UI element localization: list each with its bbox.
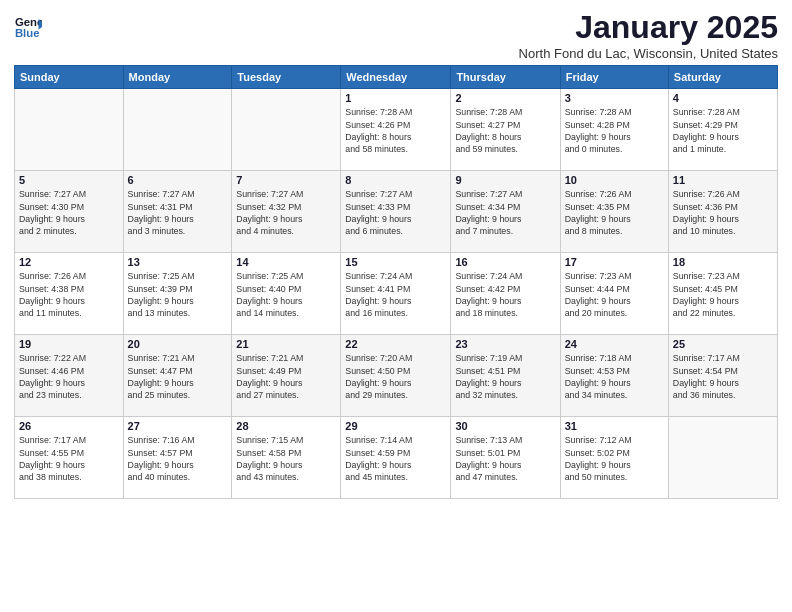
day-number: 26 <box>19 420 119 432</box>
day-info: Sunrise: 7:18 AM Sunset: 4:53 PM Dayligh… <box>565 352 664 401</box>
day-number: 29 <box>345 420 446 432</box>
day-number: 9 <box>455 174 555 186</box>
day-info: Sunrise: 7:26 AM Sunset: 4:36 PM Dayligh… <box>673 188 773 237</box>
calendar-table: Sunday Monday Tuesday Wednesday Thursday… <box>14 65 778 499</box>
calendar-row-5: 26Sunrise: 7:17 AM Sunset: 4:55 PM Dayli… <box>15 417 778 499</box>
day-number: 7 <box>236 174 336 186</box>
day-number: 2 <box>455 92 555 104</box>
day-info: Sunrise: 7:21 AM Sunset: 4:49 PM Dayligh… <box>236 352 336 401</box>
day-number: 19 <box>19 338 119 350</box>
table-cell: 26Sunrise: 7:17 AM Sunset: 4:55 PM Dayli… <box>15 417 124 499</box>
table-cell: 6Sunrise: 7:27 AM Sunset: 4:31 PM Daylig… <box>123 171 232 253</box>
table-cell <box>123 89 232 171</box>
table-cell: 5Sunrise: 7:27 AM Sunset: 4:30 PM Daylig… <box>15 171 124 253</box>
day-number: 16 <box>455 256 555 268</box>
location: North Fond du Lac, Wisconsin, United Sta… <box>519 46 778 61</box>
day-info: Sunrise: 7:19 AM Sunset: 4:51 PM Dayligh… <box>455 352 555 401</box>
day-info: Sunrise: 7:21 AM Sunset: 4:47 PM Dayligh… <box>128 352 228 401</box>
day-info: Sunrise: 7:28 AM Sunset: 4:28 PM Dayligh… <box>565 106 664 155</box>
table-cell: 31Sunrise: 7:12 AM Sunset: 5:02 PM Dayli… <box>560 417 668 499</box>
col-sunday: Sunday <box>15 66 124 89</box>
table-cell: 28Sunrise: 7:15 AM Sunset: 4:58 PM Dayli… <box>232 417 341 499</box>
day-info: Sunrise: 7:27 AM Sunset: 4:33 PM Dayligh… <box>345 188 446 237</box>
day-info: Sunrise: 7:22 AM Sunset: 4:46 PM Dayligh… <box>19 352 119 401</box>
table-cell: 10Sunrise: 7:26 AM Sunset: 4:35 PM Dayli… <box>560 171 668 253</box>
day-info: Sunrise: 7:27 AM Sunset: 4:32 PM Dayligh… <box>236 188 336 237</box>
day-number: 21 <box>236 338 336 350</box>
day-info: Sunrise: 7:28 AM Sunset: 4:26 PM Dayligh… <box>345 106 446 155</box>
table-cell: 8Sunrise: 7:27 AM Sunset: 4:33 PM Daylig… <box>341 171 451 253</box>
day-number: 12 <box>19 256 119 268</box>
day-number: 20 <box>128 338 228 350</box>
day-info: Sunrise: 7:17 AM Sunset: 4:54 PM Dayligh… <box>673 352 773 401</box>
col-friday: Friday <box>560 66 668 89</box>
day-info: Sunrise: 7:14 AM Sunset: 4:59 PM Dayligh… <box>345 434 446 483</box>
day-info: Sunrise: 7:28 AM Sunset: 4:27 PM Dayligh… <box>455 106 555 155</box>
day-info: Sunrise: 7:12 AM Sunset: 5:02 PM Dayligh… <box>565 434 664 483</box>
table-cell: 22Sunrise: 7:20 AM Sunset: 4:50 PM Dayli… <box>341 335 451 417</box>
table-cell: 7Sunrise: 7:27 AM Sunset: 4:32 PM Daylig… <box>232 171 341 253</box>
day-number: 25 <box>673 338 773 350</box>
table-cell: 14Sunrise: 7:25 AM Sunset: 4:40 PM Dayli… <box>232 253 341 335</box>
day-number: 15 <box>345 256 446 268</box>
day-info: Sunrise: 7:20 AM Sunset: 4:50 PM Dayligh… <box>345 352 446 401</box>
table-cell <box>668 417 777 499</box>
day-number: 14 <box>236 256 336 268</box>
day-info: Sunrise: 7:28 AM Sunset: 4:29 PM Dayligh… <box>673 106 773 155</box>
day-number: 1 <box>345 92 446 104</box>
col-saturday: Saturday <box>668 66 777 89</box>
day-info: Sunrise: 7:27 AM Sunset: 4:30 PM Dayligh… <box>19 188 119 237</box>
day-info: Sunrise: 7:25 AM Sunset: 4:39 PM Dayligh… <box>128 270 228 319</box>
table-cell: 2Sunrise: 7:28 AM Sunset: 4:27 PM Daylig… <box>451 89 560 171</box>
day-info: Sunrise: 7:26 AM Sunset: 4:38 PM Dayligh… <box>19 270 119 319</box>
table-cell: 1Sunrise: 7:28 AM Sunset: 4:26 PM Daylig… <box>341 89 451 171</box>
title-block: January 2025 North Fond du Lac, Wisconsi… <box>519 10 778 61</box>
table-cell: 4Sunrise: 7:28 AM Sunset: 4:29 PM Daylig… <box>668 89 777 171</box>
logo-icon: General Blue <box>14 12 42 40</box>
day-number: 31 <box>565 420 664 432</box>
day-info: Sunrise: 7:16 AM Sunset: 4:57 PM Dayligh… <box>128 434 228 483</box>
day-info: Sunrise: 7:15 AM Sunset: 4:58 PM Dayligh… <box>236 434 336 483</box>
col-thursday: Thursday <box>451 66 560 89</box>
day-number: 10 <box>565 174 664 186</box>
day-info: Sunrise: 7:27 AM Sunset: 4:31 PM Dayligh… <box>128 188 228 237</box>
page: General Blue January 2025 North Fond du … <box>0 0 792 612</box>
table-cell: 19Sunrise: 7:22 AM Sunset: 4:46 PM Dayli… <box>15 335 124 417</box>
calendar-row-3: 12Sunrise: 7:26 AM Sunset: 4:38 PM Dayli… <box>15 253 778 335</box>
table-cell: 18Sunrise: 7:23 AM Sunset: 4:45 PM Dayli… <box>668 253 777 335</box>
table-cell: 30Sunrise: 7:13 AM Sunset: 5:01 PM Dayli… <box>451 417 560 499</box>
day-info: Sunrise: 7:24 AM Sunset: 4:42 PM Dayligh… <box>455 270 555 319</box>
day-info: Sunrise: 7:25 AM Sunset: 4:40 PM Dayligh… <box>236 270 336 319</box>
table-cell: 13Sunrise: 7:25 AM Sunset: 4:39 PM Dayli… <box>123 253 232 335</box>
day-info: Sunrise: 7:27 AM Sunset: 4:34 PM Dayligh… <box>455 188 555 237</box>
header: General Blue January 2025 North Fond du … <box>14 10 778 61</box>
table-cell <box>15 89 124 171</box>
day-number: 13 <box>128 256 228 268</box>
day-info: Sunrise: 7:23 AM Sunset: 4:45 PM Dayligh… <box>673 270 773 319</box>
table-cell <box>232 89 341 171</box>
logo: General Blue <box>14 12 45 40</box>
day-number: 27 <box>128 420 228 432</box>
day-info: Sunrise: 7:24 AM Sunset: 4:41 PM Dayligh… <box>345 270 446 319</box>
calendar-header-row: Sunday Monday Tuesday Wednesday Thursday… <box>15 66 778 89</box>
table-cell: 23Sunrise: 7:19 AM Sunset: 4:51 PM Dayli… <box>451 335 560 417</box>
table-cell: 17Sunrise: 7:23 AM Sunset: 4:44 PM Dayli… <box>560 253 668 335</box>
table-cell: 20Sunrise: 7:21 AM Sunset: 4:47 PM Dayli… <box>123 335 232 417</box>
calendar-row-2: 5Sunrise: 7:27 AM Sunset: 4:30 PM Daylig… <box>15 171 778 253</box>
day-number: 5 <box>19 174 119 186</box>
day-info: Sunrise: 7:23 AM Sunset: 4:44 PM Dayligh… <box>565 270 664 319</box>
table-cell: 16Sunrise: 7:24 AM Sunset: 4:42 PM Dayli… <box>451 253 560 335</box>
day-info: Sunrise: 7:17 AM Sunset: 4:55 PM Dayligh… <box>19 434 119 483</box>
table-cell: 27Sunrise: 7:16 AM Sunset: 4:57 PM Dayli… <box>123 417 232 499</box>
table-cell: 12Sunrise: 7:26 AM Sunset: 4:38 PM Dayli… <box>15 253 124 335</box>
day-number: 8 <box>345 174 446 186</box>
day-info: Sunrise: 7:26 AM Sunset: 4:35 PM Dayligh… <box>565 188 664 237</box>
calendar-row-1: 1Sunrise: 7:28 AM Sunset: 4:26 PM Daylig… <box>15 89 778 171</box>
day-number: 17 <box>565 256 664 268</box>
month-title: January 2025 <box>519 10 778 45</box>
table-cell: 15Sunrise: 7:24 AM Sunset: 4:41 PM Dayli… <box>341 253 451 335</box>
day-number: 22 <box>345 338 446 350</box>
day-number: 11 <box>673 174 773 186</box>
day-number: 3 <box>565 92 664 104</box>
day-info: Sunrise: 7:13 AM Sunset: 5:01 PM Dayligh… <box>455 434 555 483</box>
